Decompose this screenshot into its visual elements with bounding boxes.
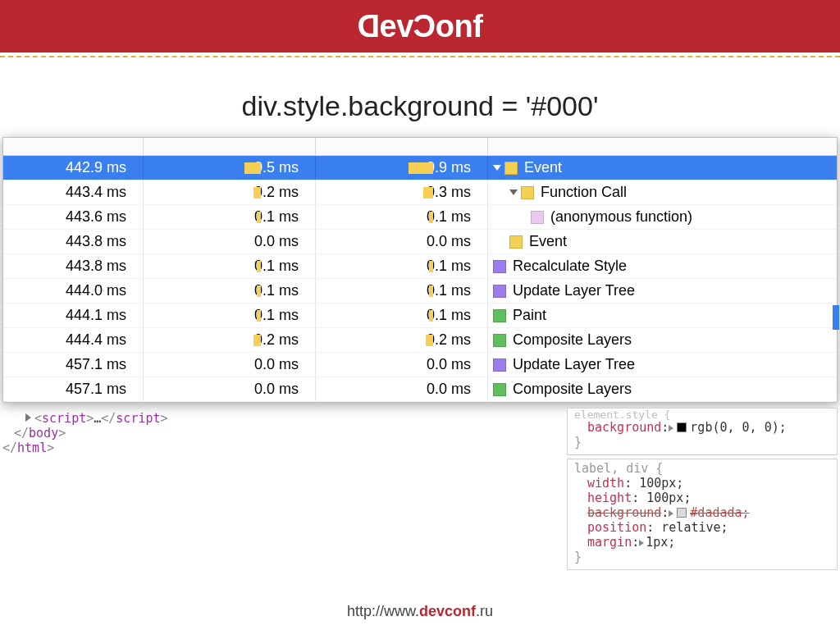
cell-self-time: 0.2 ms xyxy=(143,180,315,204)
cell-activity: Composite Layers xyxy=(487,328,837,352)
brand-logo: DevConf xyxy=(358,9,483,44)
slide-title: div.style.background = '#000' xyxy=(0,90,840,122)
category-swatch-icon xyxy=(504,162,518,175)
cell-start-time: 457.1 ms xyxy=(3,377,143,401)
cell-self-time: 0.0 ms xyxy=(143,230,315,253)
cell-activity: Event xyxy=(487,230,837,253)
activity-label: Event xyxy=(529,233,567,250)
activity-label: (anonymous function) xyxy=(550,208,692,226)
activity-label: Paint xyxy=(513,307,546,324)
cell-total-time: 0.0 ms xyxy=(315,230,487,253)
cell-activity: Update Layer Tree xyxy=(487,279,837,303)
cell-total-time: 0.9 ms xyxy=(315,156,487,180)
cell-self-time: 0.1 ms xyxy=(143,279,315,303)
elements-dom-snippet[interactable]: <script>…</script> </body> </html> xyxy=(2,408,567,570)
brace-close: } xyxy=(574,435,830,450)
cell-activity: Recalculate Style xyxy=(487,254,837,278)
performance-panel: 442.9 ms0.5 ms0.9 msEvent443.4 ms0.2 ms0… xyxy=(2,137,838,403)
cell-start-time: 457.1 ms xyxy=(3,353,143,377)
cell-total-time: 0.1 ms xyxy=(315,254,487,278)
disclosure-triangle-icon[interactable] xyxy=(509,189,518,195)
self-time-bar xyxy=(253,335,261,346)
cell-total-time: 0.3 ms xyxy=(315,180,487,204)
category-swatch-icon xyxy=(493,334,506,347)
activity-label: Function Call xyxy=(541,184,627,201)
cell-activity: Paint xyxy=(487,304,837,327)
total-time-bar xyxy=(429,310,433,322)
timeline-row[interactable]: 442.9 ms0.5 ms0.9 msEvent xyxy=(3,156,837,180)
cell-total-time: 0.0 ms xyxy=(315,353,487,377)
activity-label: Composite Layers xyxy=(513,381,632,398)
styles-panel-rule2[interactable]: label, div { width: 100px; height: 100px… xyxy=(567,459,838,570)
self-time-bar xyxy=(257,285,261,297)
cell-activity: (anonymous function) xyxy=(487,205,837,229)
timeline-row[interactable]: 443.6 ms0.1 ms0.1 ms(anonymous function) xyxy=(3,205,837,230)
cell-self-time: 0.0 ms xyxy=(143,377,315,401)
style-rule[interactable]: background:rgb(0, 0, 0); xyxy=(574,420,830,435)
color-chip-icon[interactable] xyxy=(677,508,687,518)
self-time-bar xyxy=(253,187,261,199)
timeline-row[interactable]: 443.4 ms0.2 ms0.3 msFunction Call xyxy=(3,180,837,205)
cell-start-time: 444.0 ms xyxy=(3,279,143,303)
disclosure-triangle-icon[interactable] xyxy=(493,165,501,171)
timeline-row[interactable]: 443.8 ms0.0 ms0.0 msEvent xyxy=(3,230,837,254)
activity-label: Recalculate Style xyxy=(513,258,627,275)
style-rule-overridden[interactable]: background:#dadada; xyxy=(574,505,830,520)
cell-self-time: 0.5 ms xyxy=(143,156,315,180)
cell-self-time: 0.0 ms xyxy=(143,353,315,377)
total-time-bar xyxy=(429,261,433,272)
style-rule[interactable]: height: 100px; xyxy=(574,491,830,505)
timeline-row[interactable]: 457.1 ms0.0 ms0.0 msUpdate Layer Tree xyxy=(3,353,837,377)
cell-total-time: 0.0 ms xyxy=(315,377,487,401)
timeline-row[interactable]: 444.1 ms0.1 ms0.1 msPaint xyxy=(3,304,837,328)
cell-activity: Update Layer Tree xyxy=(487,353,837,377)
expand-icon[interactable] xyxy=(25,413,31,422)
timeline-ruler[interactable] xyxy=(3,138,837,156)
activity-label: Update Layer Tree xyxy=(513,282,635,299)
cell-start-time: 444.1 ms xyxy=(3,304,143,327)
selection-indicator xyxy=(833,305,839,330)
header-zigzag xyxy=(0,52,840,70)
header-bar: DevConf xyxy=(0,0,840,52)
total-time-bar xyxy=(426,335,433,346)
expand-icon[interactable] xyxy=(669,510,673,517)
selector-text: label, div { xyxy=(574,461,663,476)
cell-total-time: 0.1 ms xyxy=(315,304,487,327)
total-time-bar xyxy=(429,212,433,223)
self-time-bar xyxy=(244,162,261,174)
cell-start-time: 443.8 ms xyxy=(3,230,143,253)
cell-start-time: 444.4 ms xyxy=(3,328,143,352)
cell-total-time: 0.1 ms xyxy=(315,279,487,303)
activity-label: Composite Layers xyxy=(513,331,632,349)
category-swatch-icon xyxy=(521,186,534,199)
category-swatch-icon xyxy=(493,285,506,298)
style-rule[interactable]: margin:1px; xyxy=(574,535,830,550)
timeline-row[interactable]: 444.0 ms0.1 ms0.1 msUpdate Layer Tree xyxy=(3,279,837,304)
cell-start-time: 443.4 ms xyxy=(3,180,143,204)
cell-self-time: 0.1 ms xyxy=(143,254,315,278)
timeline-row[interactable]: 443.8 ms0.1 ms0.1 msRecalculate Style xyxy=(3,254,837,279)
cell-start-time: 443.8 ms xyxy=(3,254,143,278)
total-time-bar xyxy=(409,162,433,174)
expand-icon[interactable] xyxy=(669,425,673,431)
styles-panel[interactable]: element.style { background:rgb(0, 0, 0);… xyxy=(567,408,838,455)
category-swatch-icon xyxy=(509,235,523,249)
cell-self-time: 0.2 ms xyxy=(143,328,315,352)
cell-activity: Event xyxy=(487,156,837,180)
color-chip-icon[interactable] xyxy=(677,422,687,432)
self-time-bar xyxy=(257,261,261,272)
total-time-bar xyxy=(423,187,433,199)
timeline-row[interactable]: 457.1 ms0.0 ms0.0 msComposite Layers xyxy=(3,377,837,402)
cell-self-time: 0.1 ms xyxy=(143,304,315,327)
style-rule[interactable]: width: 100px; xyxy=(574,476,830,491)
footer-url[interactable]: http://www.devconf.ru xyxy=(0,603,840,620)
category-swatch-icon xyxy=(493,309,506,322)
activity-label: Update Layer Tree xyxy=(513,356,635,373)
cell-total-time: 0.1 ms xyxy=(315,205,487,229)
timeline-row[interactable]: 444.4 ms0.2 ms0.2 msComposite Layers xyxy=(3,328,837,353)
devtools-lower: <script>…</script> </body> </html> eleme… xyxy=(2,408,838,570)
brace-close: } xyxy=(574,550,830,564)
expand-icon[interactable] xyxy=(639,540,644,546)
category-swatch-icon xyxy=(493,383,506,396)
style-rule[interactable]: position: relative; xyxy=(574,520,830,535)
